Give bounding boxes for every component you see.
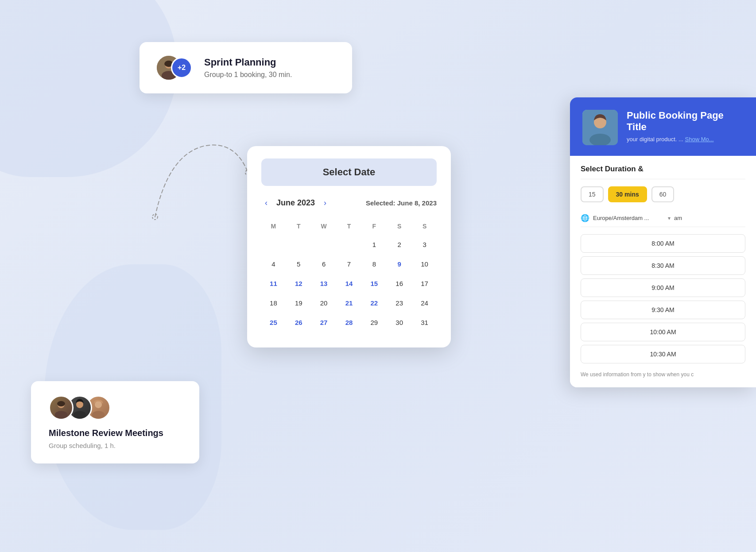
timezone-row[interactable]: 🌐 Europe/Amsterdam ... ▾ am	[581, 209, 745, 227]
booking-page-card: Public Booking Page Title your digital p…	[570, 97, 756, 387]
day-14[interactable]: 14	[337, 274, 361, 293]
day-2[interactable]: 2	[387, 235, 411, 254]
month-year-label: June 2023	[276, 198, 315, 208]
svg-point-12	[92, 411, 105, 419]
svg-point-8	[57, 401, 65, 407]
milestone-subtitle: Group scheduling, 1 h.	[49, 442, 182, 449]
dashed-connector	[133, 137, 266, 226]
globe-icon: 🌐	[581, 214, 589, 222]
day-empty	[337, 235, 361, 254]
milestone-avatars	[49, 395, 182, 420]
day-5[interactable]: 5	[287, 255, 311, 273]
day-18[interactable]: 18	[261, 293, 286, 312]
day-22[interactable]: 22	[362, 293, 386, 312]
day-empty	[287, 235, 311, 254]
avatar-count-badge: +2	[171, 57, 192, 78]
day-21[interactable]: 21	[337, 293, 361, 312]
day-16[interactable]: 16	[387, 274, 411, 293]
selected-date-value: June 8, 2023	[397, 199, 437, 207]
booking-page-header: Public Booking Page Title your digital p…	[570, 97, 756, 156]
duration-panel-title: Select Duration &	[581, 165, 745, 179]
day-19[interactable]: 19	[287, 293, 311, 312]
time-slot-930[interactable]: 9:30 AM	[581, 301, 745, 319]
selected-day-8[interactable]: 8	[372, 260, 376, 268]
duration-15-btn[interactable]: 15	[581, 186, 604, 202]
day-header-thu: T	[337, 218, 361, 234]
day-3[interactable]: 3	[412, 235, 437, 254]
svg-point-7	[55, 411, 68, 419]
calendar-grid: M T W T F S S 1 2 3 4 5 6 7 8 9 10 11 12…	[261, 218, 437, 332]
sprint-subtitle: Group-to 1 booking, 30 min.	[204, 71, 292, 79]
time-slot-830[interactable]: 8:30 AM	[581, 256, 745, 275]
duration-options: 15 30 mins 60	[581, 186, 745, 202]
svg-point-9	[76, 401, 83, 408]
sprint-title: Sprint Planning	[204, 57, 292, 68]
day-17[interactable]: 17	[412, 274, 437, 293]
day-23[interactable]: 23	[387, 293, 411, 312]
duration-panel: Select Duration & 15 30 mins 60 🌐 Europe…	[570, 156, 756, 387]
day-27[interactable]: 27	[312, 313, 336, 332]
sprint-avatars: +2	[155, 54, 195, 81]
day-empty	[261, 235, 286, 254]
booking-page-title: Public Booking Page Title	[627, 110, 744, 133]
selected-date-display: Selected: June 8, 2023	[366, 199, 437, 207]
day-30[interactable]: 30	[387, 313, 411, 332]
time-slots-list: 8:00 AM 8:30 AM 9:00 AM 9:30 AM 10:00 AM…	[581, 234, 745, 363]
sprint-info: Sprint Planning Group-to 1 booking, 30 m…	[204, 57, 292, 79]
day-header-fri: F	[362, 218, 386, 234]
day-header-sat: S	[387, 218, 411, 234]
milestone-avatar-1	[49, 395, 74, 420]
prev-month-button[interactable]: ‹	[261, 197, 271, 209]
day-7[interactable]: 7	[337, 255, 361, 273]
next-month-button[interactable]: ›	[320, 197, 330, 209]
time-slot-1030[interactable]: 10:30 AM	[581, 345, 745, 363]
timezone-label: Europe/Amsterdam ...	[593, 215, 664, 221]
day-15[interactable]: 15	[362, 274, 386, 293]
day-25[interactable]: 25	[261, 313, 286, 332]
day-10[interactable]: 10	[412, 255, 437, 273]
calendar-widget: Select Date ‹ June 2023 › Selected: June…	[247, 146, 451, 347]
day-12[interactable]: 12	[287, 274, 311, 293]
time-slot-800[interactable]: 8:00 AM	[581, 234, 745, 253]
day-11[interactable]: 11	[261, 274, 286, 293]
show-more-link[interactable]: Show Mo...	[685, 136, 714, 143]
day-28[interactable]: 28	[337, 313, 361, 332]
time-slot-1000[interactable]: 10:00 AM	[581, 323, 745, 341]
chevron-down-icon: ▾	[668, 215, 671, 221]
day-8[interactable]: 8	[362, 255, 386, 273]
time-slot-900[interactable]: 9:00 AM	[581, 278, 745, 297]
day-header-sun: S	[412, 218, 437, 234]
day-24[interactable]: 24	[412, 293, 437, 312]
milestone-title: Milestone Review Meetings	[49, 428, 182, 438]
day-20[interactable]: 20	[312, 293, 336, 312]
booking-page-info: Public Booking Page Title your digital p…	[627, 110, 744, 143]
day-1[interactable]: 1	[362, 235, 386, 254]
milestone-card: Milestone Review Meetings Group scheduli…	[31, 381, 199, 463]
day-empty	[312, 235, 336, 254]
duration-30-btn[interactable]: 30 mins	[608, 186, 647, 202]
booking-page-desc: your digital product. ... Show Mo...	[627, 135, 744, 143]
day-9[interactable]: 9	[387, 255, 411, 273]
day-31[interactable]: 31	[412, 313, 437, 332]
timezone-format: am	[674, 215, 745, 221]
selected-label: Selected:	[366, 199, 395, 207]
booking-host-avatar	[582, 110, 618, 145]
day-header-tue: T	[287, 218, 311, 234]
booking-desc-text: your digital product. ...	[627, 136, 683, 143]
day-header-wed: W	[312, 218, 336, 234]
day-26[interactable]: 26	[287, 313, 311, 332]
duration-60-btn[interactable]: 60	[651, 186, 675, 202]
svg-point-10	[74, 411, 86, 419]
svg-point-11	[95, 401, 102, 408]
day-header-mon: M	[261, 218, 286, 234]
day-6[interactable]: 6	[312, 255, 336, 273]
day-29[interactable]: 29	[362, 313, 386, 332]
calendar-navigation: ‹ June 2023 › Selected: June 8, 2023	[261, 197, 437, 209]
info-text: We used information from y to show when …	[581, 371, 745, 378]
sprint-planning-card: +2 Sprint Planning Group-to 1 booking, 3…	[140, 42, 352, 93]
month-navigation: ‹ June 2023 ›	[261, 197, 330, 209]
calendar-header: Select Date	[261, 158, 437, 186]
day-4[interactable]: 4	[261, 255, 286, 273]
day-13[interactable]: 13	[312, 274, 336, 293]
